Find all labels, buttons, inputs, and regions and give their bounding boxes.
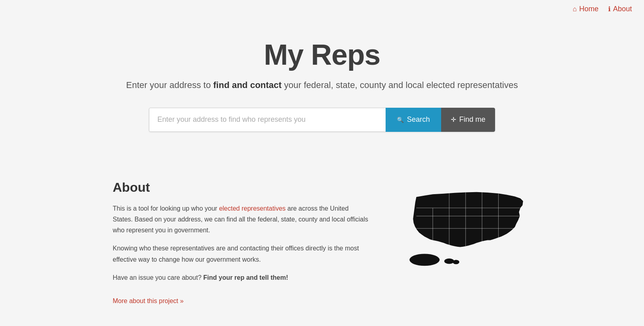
about-para3: Have an issue you care about? Find your … xyxy=(113,272,370,283)
nav-bar: Home About xyxy=(0,0,644,18)
hero-section: My Reps Enter your address to find and c… xyxy=(0,18,644,172)
home-nav-link[interactable]: Home xyxy=(573,5,599,13)
about-nav-label: About xyxy=(613,5,632,13)
svg-point-9 xyxy=(444,258,454,264)
find-me-button[interactable]: Find me xyxy=(441,108,495,132)
search-container: Search Find me xyxy=(8,108,636,132)
about-section: About This is a tool for looking up who … xyxy=(80,172,564,326)
about-heading: About xyxy=(113,180,370,195)
us-map-container xyxy=(394,180,531,269)
page-title: My Reps xyxy=(8,38,636,71)
search-icon xyxy=(397,115,404,124)
subtitle-end: your federal, state, county and local el… xyxy=(282,80,518,90)
svg-point-8 xyxy=(409,254,440,266)
home-nav-label: Home xyxy=(579,5,599,13)
findme-button-label: Find me xyxy=(459,115,485,124)
search-bar: Search Find me xyxy=(149,108,495,132)
about-para1: This is a tool for looking up who your e… xyxy=(113,203,370,236)
locate-icon xyxy=(451,115,456,124)
subtitle-normal: Enter your address to xyxy=(126,80,213,90)
about-text-block: About This is a tool for looking up who … xyxy=(113,180,370,305)
about-nav-link[interactable]: About xyxy=(608,5,632,13)
search-button-label: Search xyxy=(407,115,430,124)
svg-point-10 xyxy=(453,260,459,264)
about-para3-bold: Find your rep and tell them! xyxy=(203,274,288,281)
more-about-link[interactable]: More about this project » xyxy=(113,297,184,304)
about-para3-normal: Have an issue you care about? xyxy=(113,274,203,281)
address-search-input[interactable] xyxy=(149,108,386,132)
elected-reps-link[interactable]: elected representatives xyxy=(219,205,285,212)
about-para1-before: This is a tool for looking up who your xyxy=(113,205,219,212)
info-icon xyxy=(608,5,611,13)
subtitle-bold: find and contact xyxy=(213,80,282,90)
hero-subtitle: Enter your address to find and contact y… xyxy=(8,79,636,92)
about-para2: Knowing who these representatives are an… xyxy=(113,243,370,264)
search-button[interactable]: Search xyxy=(386,108,441,132)
home-icon xyxy=(573,5,577,13)
us-map xyxy=(394,180,531,269)
